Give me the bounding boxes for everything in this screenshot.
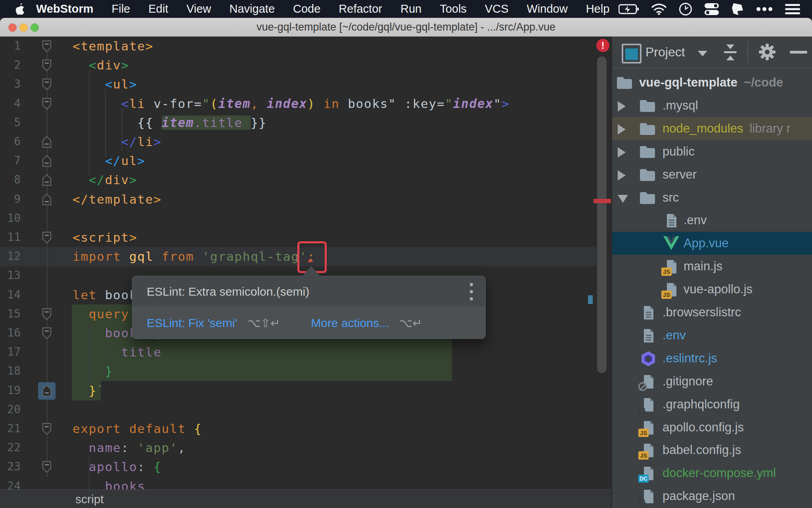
tree-row-node-modules[interactable]: node_moduleslibrary r [612, 117, 812, 140]
tree-row-vue-gql-template[interactable]: vue-gql-template~/code [612, 71, 812, 94]
line-number: 13 [0, 266, 21, 285]
menu-item-edit[interactable]: Edit [139, 2, 177, 15]
code-line-24[interactable]: 24 books [0, 477, 611, 489]
battery-charging-icon[interactable] [619, 3, 639, 15]
fold-marker-down[interactable] [41, 40, 53, 53]
eslint-fix-semi-button[interactable]: ESLint: Fix 'semi' [147, 316, 237, 330]
editor-vertical-scrollbar[interactable] [597, 56, 607, 373]
tree-row-src[interactable]: src [612, 186, 812, 209]
code-line-4[interactable]: 4 <li v-for="(item, index) in books" :ke… [0, 94, 611, 114]
inspections-error-indicator[interactable]: ! [596, 39, 609, 52]
code-line-3[interactable]: 3 <ul> [0, 75, 611, 94]
line-number: 23 [0, 457, 21, 476]
tree-row-.env[interactable]: .env [612, 324, 812, 347]
window-title-bar: vue-gql-template [~/code/gql/vue-gql-tem… [0, 18, 812, 37]
code-line-23[interactable]: 23 apollo: { [0, 457, 611, 477]
code-line-6[interactable]: 6 </li> [0, 132, 611, 152]
fold-marker-up[interactable] [41, 135, 53, 148]
window-title: vue-gql-template [~/code/gql/vue-gql-tem… [0, 18, 812, 37]
fold-marker-down[interactable] [41, 327, 53, 340]
notch-app-icon[interactable] [731, 2, 744, 16]
fold-marker-down[interactable] [41, 231, 53, 244]
expand-arrow-icon[interactable] [618, 170, 626, 181]
code-line-19[interactable]: 19 }` [0, 381, 611, 400]
fold-marker-up[interactable] [41, 154, 53, 167]
ellipsis-icon[interactable] [756, 7, 773, 12]
fold-marker-up[interactable] [41, 173, 53, 187]
tree-row-.env[interactable]: .env [612, 209, 812, 232]
fold-marker-down[interactable] [41, 59, 53, 72]
code-line-5[interactable]: 5 {{ item.title }} [0, 113, 611, 133]
menu-item-view[interactable]: View [177, 2, 220, 15]
code-line-9[interactable]: 9</template> [0, 190, 611, 209]
tree-row-babel.config.js[interactable]: JSbabel.config.js [612, 439, 812, 462]
menu-item-navigate[interactable]: Navigate [220, 2, 284, 15]
menu-item-help[interactable]: Help [577, 2, 619, 15]
code-line-21[interactable]: 21export default { [0, 419, 611, 439]
fold-marker-down[interactable] [41, 78, 53, 91]
expand-arrow-icon[interactable] [618, 147, 626, 158]
project-panel-title[interactable]: Project [645, 37, 685, 68]
menu-item-tools[interactable]: Tools [431, 2, 476, 15]
menu-item-webstorm[interactable]: WebStorm [27, 2, 102, 15]
chevron-down-icon[interactable] [698, 51, 707, 56]
fold-marker-down[interactable] [41, 460, 53, 473]
code-line-20[interactable]: 20 [0, 400, 611, 419]
tree-row-app.vue[interactable]: App.vue [612, 232, 812, 255]
tree-row-public[interactable]: public [612, 140, 812, 163]
tree-row-.eslintrc.js[interactable]: .eslintrc.js [612, 347, 812, 370]
tree-item-label: src [663, 186, 679, 209]
expand-arrow-icon[interactable] [618, 124, 626, 135]
code-line-22[interactable]: 22 name: 'app', [0, 438, 611, 458]
tree-row-docker-compose.yml[interactable]: DCdocker-compose.yml [612, 462, 812, 485]
menu-item-vcs[interactable]: VCS [476, 2, 518, 15]
menu-item-window[interactable]: Window [518, 2, 577, 15]
notification-list-icon[interactable] [785, 4, 800, 15]
collapse-all-icon[interactable] [722, 44, 739, 63]
breadcrumb-script[interactable]: script [75, 490, 104, 508]
fold-marker-down[interactable] [41, 422, 53, 435]
menu-item-code[interactable]: Code [284, 2, 329, 15]
code-line-1[interactable]: 1<template> [0, 37, 611, 56]
wifi-icon[interactable] [651, 3, 667, 15]
code-line-8[interactable]: 8 </div> [0, 170, 611, 190]
error-stripe-mark[interactable] [594, 199, 611, 203]
code-text: <template> [73, 37, 153, 56]
tree-row-vue-apollo.js[interactable]: JSvue-apollo.js [612, 278, 812, 301]
tree-row-package.json[interactable]: { }package.json [612, 485, 812, 508]
tree-row-.mysql[interactable]: .mysql [612, 94, 812, 117]
menu-item-refactor[interactable]: Refactor [329, 2, 391, 15]
settings-gear-icon[interactable] [758, 43, 776, 63]
clock-icon[interactable] [679, 2, 692, 16]
fold-marker-up[interactable] [41, 384, 53, 397]
tree-item-label: apollo.config.js [663, 416, 744, 439]
code-text: import gql from 'graphql-tag'; [73, 247, 315, 266]
kebab-menu-icon[interactable] [469, 283, 473, 300]
tree-row-main.js[interactable]: JSmain.js [612, 255, 812, 278]
tree-row-apollo.config.js[interactable]: JSapollo.config.js [612, 416, 812, 439]
fold-marker-down[interactable] [41, 308, 53, 321]
code-editor[interactable]: 1<template>2 <div>3 <ul>4 <li v-for="(it… [0, 37, 611, 489]
fold-marker-up[interactable] [41, 193, 53, 206]
collapse-arrow-icon[interactable] [618, 195, 628, 203]
apple-icon[interactable] [14, 3, 25, 15]
fold-marker-down[interactable] [41, 97, 53, 110]
code-line-17[interactable]: 17 title [0, 343, 611, 362]
code-line-18[interactable]: 18 } [0, 362, 611, 381]
menu-item-file[interactable]: File [102, 2, 139, 15]
more-actions-button[interactable]: More actions... [311, 316, 389, 330]
tree-row-.graphqlconfig[interactable]: { }.graphqlconfig [612, 393, 812, 416]
expand-arrow-icon[interactable] [618, 101, 626, 112]
tree-row-.browserslistrc[interactable]: .browserslistrc [612, 301, 812, 324]
code-line-2[interactable]: 2 <div> [0, 56, 611, 75]
menu-item-run[interactable]: Run [391, 2, 431, 15]
tree-item-label: main.js [684, 255, 722, 278]
tree-row-server[interactable]: server [612, 163, 812, 186]
control-center-icon[interactable] [704, 2, 719, 16]
code-line-10[interactable]: 10 [0, 209, 611, 228]
code-line-7[interactable]: 7 </ul> [0, 151, 611, 171]
hide-panel-icon[interactable] [790, 51, 807, 54]
tree-row-.gitignore[interactable]: .gitignore [612, 370, 812, 393]
line-number: 9 [0, 190, 21, 209]
eslint-file-icon [640, 350, 657, 367]
